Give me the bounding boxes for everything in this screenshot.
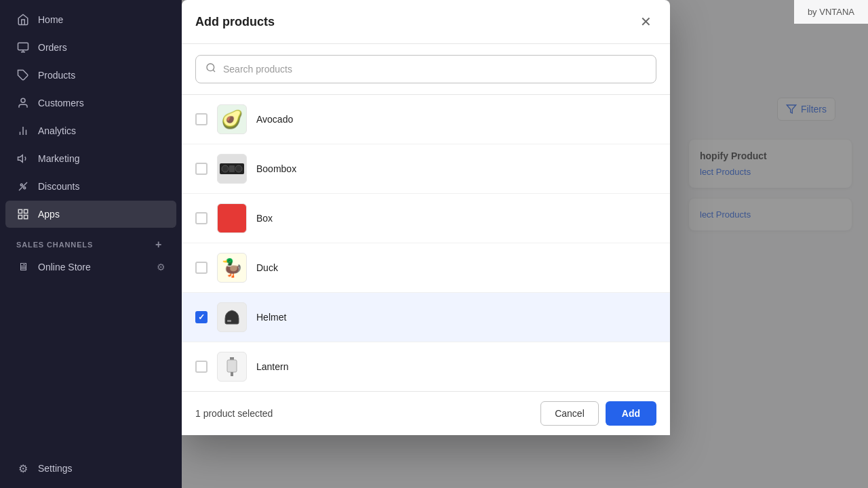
sidebar-item-home[interactable]: Home: [5, 6, 176, 33]
product-thumb-duck: 🦆: [217, 253, 247, 283]
selected-count-text: 1 product selected: [195, 408, 273, 419]
products-icon: [16, 68, 30, 82]
product-checkbox-boombox[interactable]: [195, 163, 208, 175]
sidebar-item-label: Marketing: [38, 153, 79, 164]
sidebar-item-orders[interactable]: Orders: [5, 34, 176, 61]
product-item-avocado[interactable]: 🥑 Avocado: [182, 95, 670, 144]
product-name-lantern: Lantern: [256, 361, 288, 372]
product-name-avocado: Avocado: [256, 114, 293, 125]
add-sales-channel-button[interactable]: +: [152, 238, 165, 251]
sidebar-item-analytics[interactable]: Analytics: [5, 117, 176, 144]
product-item-box[interactable]: Box: [182, 194, 670, 243]
sidebar-item-apps[interactable]: Apps: [5, 201, 176, 228]
sidebar-item-label: Analytics: [38, 125, 76, 136]
sidebar-item-label: Customers: [38, 98, 84, 108]
modal-overlay: Add products ✕: [182, 0, 868, 488]
product-name-boombox: Boombox: [256, 163, 296, 174]
product-name-duck: Duck: [256, 262, 278, 273]
sidebar-item-discounts[interactable]: Discounts: [5, 173, 176, 200]
product-thumb-helmet: [217, 302, 247, 332]
customers-icon: [16, 96, 30, 110]
product-thumb-avocado: 🥑: [217, 104, 247, 134]
search-input-wrap: [195, 55, 656, 83]
svg-point-21: [235, 165, 242, 172]
cancel-button[interactable]: Cancel: [540, 401, 599, 426]
svg-point-9: [20, 184, 22, 186]
svg-point-20: [222, 165, 229, 172]
svg-rect-13: [24, 209, 28, 213]
close-modal-button[interactable]: ✕: [635, 11, 656, 33]
svg-point-17: [207, 64, 214, 71]
online-store-icon: 🖥: [16, 260, 30, 274]
product-item-boombox[interactable]: Boombox: [182, 144, 670, 194]
sales-channels-header: SALES CHANNELS +: [5, 231, 176, 254]
modal-footer: 1 product selected Cancel Add: [182, 391, 670, 435]
product-checkbox-helmet[interactable]: [195, 311, 208, 323]
svg-rect-26: [231, 372, 233, 376]
product-thumb-box: [217, 203, 247, 233]
modal-header: Add products ✕: [182, 0, 670, 44]
svg-rect-12: [18, 209, 22, 213]
online-store-label: Online Store: [38, 262, 91, 272]
orders-icon: [16, 41, 30, 54]
settings-item[interactable]: ⚙ Settings: [5, 455, 176, 482]
online-store-item[interactable]: 🖥 Online Store ⚙: [5, 255, 176, 279]
settings-label: Settings: [38, 463, 73, 474]
svg-rect-0: [18, 43, 28, 50]
sidebar-item-label: Orders: [38, 42, 67, 53]
topbar-right: by VNTANA: [794, 0, 868, 24]
svg-line-11: [19, 182, 27, 190]
product-name-box: Box: [256, 213, 273, 224]
svg-rect-15: [18, 216, 22, 219]
footer-actions: Cancel Add: [540, 401, 656, 426]
search-input[interactable]: [223, 64, 646, 75]
sidebar-item-label: Products: [38, 70, 75, 81]
by-vntana-text: by VNTANA: [808, 7, 854, 17]
product-thumb-boombox: [217, 154, 247, 184]
svg-line-18: [213, 70, 215, 72]
svg-rect-24: [230, 357, 234, 360]
product-item-helmet[interactable]: Helmet: [182, 293, 670, 342]
sidebar-item-marketing[interactable]: Marketing: [5, 145, 176, 172]
settings-icon: ⚙: [16, 462, 30, 475]
online-store-settings-icon[interactable]: ⚙: [157, 262, 165, 272]
sidebar-item-label: Apps: [38, 209, 60, 220]
sidebar-item-label: Home: [38, 14, 63, 25]
svg-point-10: [24, 187, 26, 189]
svg-rect-14: [24, 216, 28, 219]
main-area: by VNTANA lease make sure it has been nv…: [182, 0, 868, 488]
product-item-lantern[interactable]: Lantern: [182, 342, 670, 391]
product-thumb-lantern: [217, 352, 247, 382]
svg-point-4: [21, 98, 25, 102]
product-name-helmet: Helmet: [256, 312, 286, 323]
sidebar-item-products[interactable]: Products: [5, 62, 176, 89]
search-container: [182, 44, 670, 95]
sidebar-item-label: Discounts: [38, 181, 79, 192]
apps-icon: [16, 207, 30, 221]
product-item-duck[interactable]: 🦆 Duck: [182, 243, 670, 293]
sidebar-item-customers[interactable]: Customers: [5, 89, 176, 117]
analytics-icon: [16, 124, 30, 138]
product-checkbox-box[interactable]: [195, 212, 208, 224]
close-icon: ✕: [640, 14, 652, 30]
sales-channels-label: SALES CHANNELS: [16, 241, 93, 249]
product-checkbox-lantern[interactable]: [195, 361, 208, 373]
svg-rect-22: [229, 165, 235, 172]
product-checkbox-avocado[interactable]: [195, 113, 208, 125]
sidebar: Home Orders Products Customers Analytics…: [0, 0, 182, 488]
product-list: 🥑 Avocado Boombox Box 🦆 Duck Helmet Lant…: [182, 95, 670, 391]
svg-rect-25: [227, 360, 237, 372]
svg-rect-23: [227, 320, 231, 322]
discounts-icon: [16, 180, 30, 193]
search-icon: [205, 62, 216, 76]
marketing-icon: [16, 152, 30, 165]
modal-title: Add products: [195, 15, 275, 29]
home-icon: [16, 13, 30, 26]
add-products-modal: Add products ✕: [182, 0, 670, 435]
svg-marker-8: [18, 155, 23, 163]
sidebar-nav: Home Orders Products Customers Analytics…: [0, 0, 182, 488]
add-button[interactable]: Add: [606, 401, 656, 426]
product-checkbox-duck[interactable]: [195, 262, 208, 274]
